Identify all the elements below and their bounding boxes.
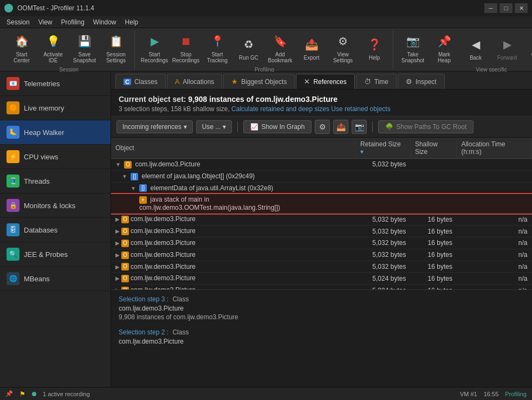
object-icon: O [121,216,129,223]
col-shallow-header[interactable]: Shallow Size [410,138,457,159]
time-tab-icon: ⏱ [364,78,371,86]
run-gc-button[interactable]: ♻ Run GC [233,31,264,66]
show-in-graph-button[interactable]: 📈 Show In Graph [243,120,312,133]
use-dropdown[interactable]: Use ... ▾ [196,120,232,133]
start-center-button[interactable]: 🏠 StartCenter [7,31,37,66]
show-paths-icon: 🌳 [385,123,393,131]
sidebar-item-mbeans[interactable]: 🌐 MBeans [0,267,111,291]
sidebar-item-heap-walker[interactable]: 🦶 Heap Walker [0,120,111,145]
pin-icon: 📌 [5,390,13,397]
tab-time[interactable]: ⏱ Time [356,74,397,89]
camera-icon-btn[interactable]: 📷 [352,120,367,134]
show-paths-button[interactable]: 🌳 Show Paths To GC Root [378,120,473,133]
back-button[interactable]: ◀ Back [460,31,491,66]
alloc-cell [457,194,532,214]
menu-profiling[interactable]: Profiling [57,17,89,27]
forward-button[interactable]: ▶ Forward [492,31,522,66]
object-set-subtitle: 3 selection steps, 158 kB shallow size, … [119,105,524,113]
selection-step-3-link[interactable]: Selection step 3 : [119,295,168,303]
retained-cell [356,182,411,194]
col-alloc-header[interactable]: Allocation Time (h:m:s) [457,138,532,159]
shallow-cell: 16 bytes [410,261,457,273]
calculate-retained-link[interactable]: Calculate retained and deep sizes [231,105,329,113]
menu-view[interactable]: View [34,17,57,27]
maximize-button[interactable]: □ [499,3,512,13]
take-snapshot-button[interactable]: 📷 TakeSnapshot [398,31,428,66]
table-row: ▶Ocom.ljw.demo3.Picture 5,032 bytes 16 b… [111,237,532,249]
sidebar-label-live-memory: Live memory [24,104,64,112]
start-tracking-button[interactable]: 📍 StartTracking [202,31,232,66]
minimize-button[interactable]: ─ [484,3,497,13]
tab-references[interactable]: ✕ References [296,74,354,89]
sidebar-item-threads[interactable]: 🧵 Threads [0,169,111,193]
tab-biggest-objects[interactable]: ★ Biggest Objects [223,74,295,89]
sidebar-item-monitors-locks[interactable]: 🔒 Monitors & locks [0,193,111,218]
alloc-cell: n/a [457,225,532,237]
use-retained-link[interactable]: Use retained objects [331,105,390,113]
incoming-references-dropdown[interactable]: Incoming references ▾ [116,120,193,133]
export-button[interactable]: 📤 Export [296,31,327,66]
menu-help[interactable]: Help [121,17,143,27]
sidebar-item-telemetries[interactable]: 📧 Telemetries [0,72,111,96]
expand-arrow-5[interactable]: ▶ [115,216,120,222]
sidebar-item-jee-probes[interactable]: 🔍 JEE & Probes [0,242,111,267]
sidebar-item-databases[interactable]: 🗄 Databases [0,218,111,242]
start-recordings-button[interactable]: ▶ StartRecordings [139,31,170,66]
cpu-views-icon: ⚡ [7,150,20,163]
selection-step-2-link[interactable]: Selection step 2 : [119,328,168,336]
alloc-cell [457,182,532,194]
shallow-cell: 16 bytes [410,237,457,249]
tab-allocations[interactable]: A Allocations [167,74,223,89]
jee-probes-icon: 🔍 [7,248,20,261]
close-button[interactable]: ✕ [515,3,528,13]
expand-arrow[interactable]: ▼ [131,185,136,191]
object-set-title: Current object set: 9,908 instances of c… [119,95,524,104]
toolbar: 🏠 StartCenter 💡 ActivateIDE 💾 SaveSnapsh… [0,28,532,72]
col-retained-header[interactable]: Retained Size [356,138,411,159]
sidebar-item-cpu-views[interactable]: ⚡ CPU views [0,145,111,169]
expand-arrow[interactable]: ▼ [115,162,121,167]
retained-cell: 5,024 bytes [356,285,411,289]
view-settings-button[interactable]: ⚙ ViewSettings [328,31,358,66]
add-bookmark-button[interactable]: 🔖 AddBookmark [265,31,295,66]
object-set-title-label: Current object set: [119,95,188,104]
menu-session[interactable]: Session [2,17,34,27]
expand-arrow[interactable]: ▼ [122,173,127,179]
stop-recordings-button[interactable]: ⏹ StopRecordings [171,31,201,66]
show-in-graph-icon: 📈 [250,123,258,131]
save-snapshot-button[interactable]: 💾 SaveSnapshot [69,31,100,66]
table-row: ▶Ocom.ljw.demo3.Picture 5,032 bytes 16 b… [111,225,532,237]
expand-arrow-9[interactable]: ▶ [115,264,120,270]
tab-classes[interactable]: C Classes [115,74,166,89]
settings-icon-btn[interactable]: ⚙ [315,120,330,134]
col-object-header[interactable]: Object [111,138,356,159]
monitors-locks-icon: 🔒 [7,199,20,212]
mark-heap-button[interactable]: 📌 MarkHeap [429,31,459,66]
sidebar-label-databases: Databases [24,226,57,234]
help-button[interactable]: ❓ Help [359,31,390,66]
telemetries-icon: 📧 [7,77,20,90]
go-to-start-button[interactable]: ⏮ Go ToStart [523,31,532,66]
export-icon-btn[interactable]: 📤 [333,120,348,134]
toolbar-separator-2 [372,121,373,132]
databases-icon: 🗄 [7,223,20,236]
sidebar-label-jee-probes: JEE & Probes [24,250,68,259]
toolbar-group-profiling: ▶ StartRecordings ⏹ StopRecordings 📍 Sta… [136,31,393,69]
expand-arrow-6[interactable]: ▶ [115,228,120,234]
activate-ide-button[interactable]: 💡 ActivateIDE [38,31,68,66]
alloc-cell: n/a [457,214,532,225]
expand-arrow-8[interactable]: ▶ [115,252,120,258]
array-icon: [] [139,184,147,192]
selection-step-3: Selection step 3 : Class com.ljw.demo3.P… [119,295,524,321]
selection-step-3-type: Class [172,295,189,303]
tab-inspect[interactable]: ⚙ Inspect [398,74,445,89]
menu-window[interactable]: Window [89,17,121,27]
incoming-references-label: Incoming references [122,123,181,131]
back-icon: ◀ [467,36,484,53]
session-settings-button[interactable]: 📋 SessionSettings [101,31,131,66]
expand-arrow-10[interactable]: ▶ [115,275,120,281]
sidebar-item-live-memory[interactable]: 🟠 Live memory [0,96,111,120]
expand-arrow-7[interactable]: ▶ [115,240,120,246]
content-area: C Classes A Allocations ★ Biggest Object… [111,72,532,387]
run-gc-icon: ♻ [240,36,257,53]
